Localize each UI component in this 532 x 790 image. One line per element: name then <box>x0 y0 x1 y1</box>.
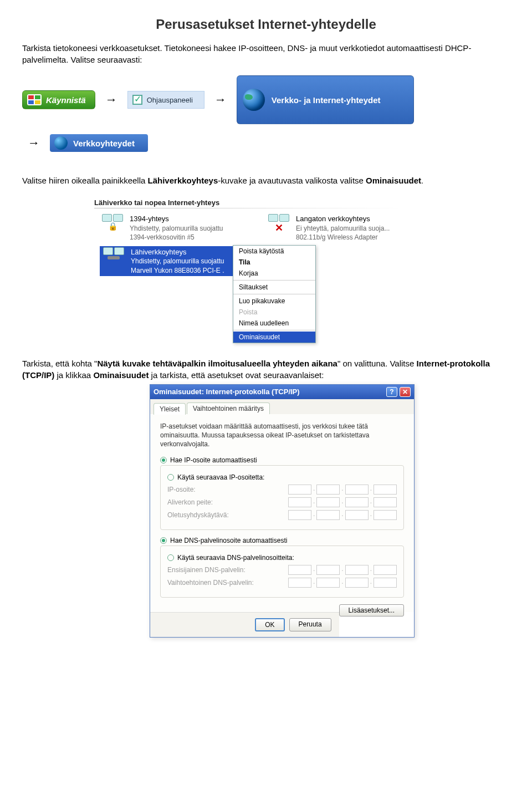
intro-text: Tarkista tietokoneesi verkkoasetukset. T… <box>22 42 510 65</box>
control-panel-label: Ohjauspaneeli <box>147 96 193 104</box>
arrow-icon: → <box>214 93 227 107</box>
radio-icon <box>160 537 167 544</box>
tab-general[interactable]: Yleiset <box>154 403 186 415</box>
dialog-panel: IP-asetukset voidaan määrittää automaatt… <box>150 414 414 613</box>
arrow-icon: → <box>105 93 117 107</box>
ctx-bridge[interactable]: Siltaukset <box>233 282 315 293</box>
separator <box>233 280 315 281</box>
ctx-disable[interactable]: Poista käytöstä <box>233 246 315 257</box>
field-ip: IP-osoite: ... <box>167 485 397 495</box>
context-menu: Poista käytöstä Tila Korjaa Siltaukset L… <box>233 245 316 343</box>
separator <box>233 330 315 330</box>
connections-section-title: Lähiverkko tai nopea Internet-yhteys <box>22 198 510 207</box>
start-label: Käynnistä <box>46 95 86 105</box>
navigation-row-2: → Verkkoyhteydet <box>22 134 510 152</box>
radio-dns-auto[interactable]: Hae DNS-palvelinosoite automaattisesti <box>160 537 404 544</box>
dialog-buttons: OK Peruuta <box>150 612 339 637</box>
field-gateway: Oletusyhdyskäytävä: ... <box>167 510 397 520</box>
radio-dns-manual[interactable]: Käytä seuraavia DNS-palvelinosoitteita: <box>167 554 397 562</box>
titlebar: Ominaisuudet: Internet-protokolla (TCP/I… <box>150 385 414 399</box>
radio-icon <box>167 474 174 481</box>
radio-ip-auto[interactable]: Hae IP-osoite automaattisesti <box>160 456 404 464</box>
dialog-title: Ominaisuudet: Internet-protokolla (TCP/I… <box>154 388 300 396</box>
check-icon <box>132 95 142 105</box>
arrow-icon: → <box>28 136 40 150</box>
no-signal-icon: ✕ <box>275 222 283 234</box>
windows-flag-icon <box>27 94 42 105</box>
divider <box>94 208 405 208</box>
network-connections-label: Verkkoyhteydet <box>73 139 135 148</box>
cancel-button[interactable]: Peruuta <box>289 618 331 631</box>
paragraph-2: Valitse hiiren oikealla painikkeella Läh… <box>22 175 510 186</box>
control-panel-item[interactable]: Ohjauspaneeli <box>127 91 204 109</box>
globe-icon <box>243 89 265 111</box>
ok-button[interactable]: OK <box>255 618 284 631</box>
help-button[interactable]: ? <box>386 387 397 397</box>
tab-alternate[interactable]: Vaihtoehtoinen määritys <box>187 402 270 414</box>
advanced-button[interactable]: Lisäasetukset... <box>339 604 404 616</box>
lock-icon: 🔒 <box>108 222 117 231</box>
ctx-properties[interactable]: Ominaisuudet <box>233 332 315 343</box>
paragraph-3: Tarkista, että kohta "Näytä kuvake tehtä… <box>22 358 510 381</box>
connection-1394[interactable]: 🔒 1394-yhteys Yhdistetty, palomuurilla s… <box>100 214 233 242</box>
ctx-repair[interactable]: Korjaa <box>233 268 315 279</box>
field-dns1: Ensisijainen DNS-palvelin: ... <box>167 565 397 575</box>
radio-icon <box>160 457 167 463</box>
ctx-status[interactable]: Tila <box>233 257 315 268</box>
close-button[interactable]: ✕ <box>400 387 411 397</box>
ctx-delete: Poista <box>233 307 315 318</box>
network-internet-label: Verkko- ja Internet-yhteydet <box>272 95 381 105</box>
dialog-desc: IP-asetukset voidaan määrittää automaatt… <box>160 422 404 449</box>
ctx-rename[interactable]: Nimeä uudelleen <box>233 318 315 329</box>
ctx-shortcut[interactable]: Luo pikakuvake <box>233 295 315 307</box>
connection-wifi[interactable]: ✕ Langaton verkkoyhteys Ei yhteyttä, pal… <box>266 214 399 242</box>
page-title: Perusasetukset Internet-yhteydelle <box>22 17 510 32</box>
globe-icon <box>54 136 68 150</box>
network-connections-item[interactable]: Verkkoyhteydet <box>50 134 148 152</box>
start-button[interactable]: Käynnistä <box>22 90 95 109</box>
field-mask: Aliverkon peite: ... <box>167 497 397 507</box>
network-internet-item[interactable]: Verkko- ja Internet-yhteydet <box>237 75 414 124</box>
separator <box>233 294 315 294</box>
navigation-row: Käynnistä → Ohjauspaneeli → Verkko- ja I… <box>22 75 510 124</box>
radio-icon <box>167 554 174 561</box>
field-dns2: Vaihtoehtoinen DNS-palvelin: ... <box>167 578 397 588</box>
radio-ip-manual[interactable]: Käytä seuraavaa IP-osoitetta: <box>167 473 397 481</box>
tcpip-dialog: Ominaisuudet: Internet-protokolla (TCP/I… <box>150 384 415 638</box>
cable-icon <box>108 256 120 259</box>
connection-lan-selected[interactable]: Lähiverkkoyhteys Yhdistetty, palomuurill… <box>100 246 233 276</box>
